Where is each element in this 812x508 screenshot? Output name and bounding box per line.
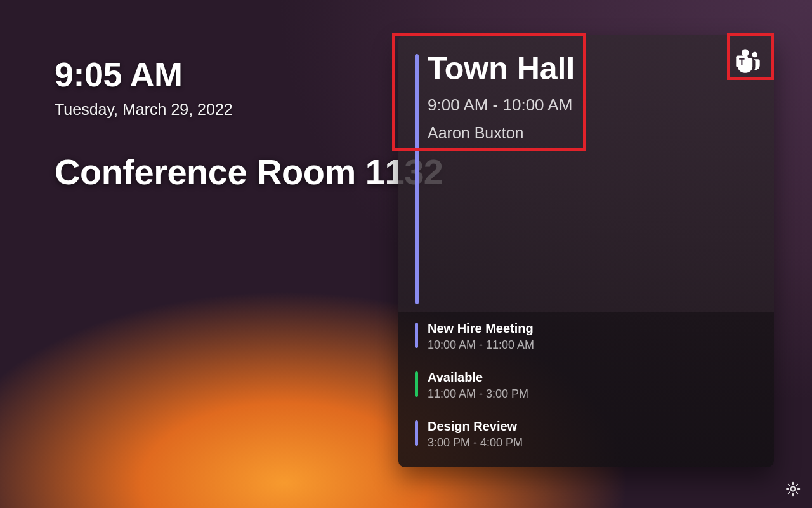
upcoming-item[interactable]: New Hire Meeting 10:00 AM - 11:00 AM (398, 312, 774, 361)
current-meeting-title: Town Hall (428, 51, 755, 86)
schedule-panel: Town Hall 9:00 AM - 10:00 AM Aaron Buxto… (398, 35, 774, 467)
upcoming-item-title: Design Review (428, 419, 755, 434)
svg-point-0 (742, 49, 749, 57)
upcoming-item-time: 3:00 PM - 4:00 PM (428, 436, 755, 450)
status-bar-busy (415, 420, 418, 446)
svg-text:T: T (739, 57, 745, 67)
gear-icon (785, 481, 801, 500)
svg-point-4 (791, 487, 796, 491)
clock-time: 9:05 AM (55, 55, 443, 94)
current-meeting-time: 9:00 AM - 10:00 AM (428, 95, 755, 115)
upcoming-item-title: New Hire Meeting (428, 321, 755, 336)
current-meeting-organizer: Aaron Buxton (428, 124, 755, 142)
teams-icon: T (733, 46, 763, 76)
status-bar-free (415, 371, 418, 397)
current-meeting-accent (415, 54, 419, 304)
room-info-block: 9:05 AM Tuesday, March 29, 2022 Conferen… (55, 55, 443, 194)
current-meeting-card[interactable]: Town Hall 9:00 AM - 10:00 AM Aaron Buxto… (398, 35, 774, 312)
upcoming-item-title: Available (428, 370, 755, 385)
clock-date: Tuesday, March 29, 2022 (55, 100, 443, 119)
upcoming-item-time: 11:00 AM - 3:00 PM (428, 387, 755, 401)
svg-point-1 (752, 52, 757, 58)
status-bar-busy (415, 323, 418, 348)
upcoming-item-time: 10:00 AM - 11:00 AM (428, 338, 755, 352)
upcoming-item[interactable]: Design Review 3:00 PM - 4:00 PM (398, 410, 774, 458)
upcoming-list: New Hire Meeting 10:00 AM - 11:00 AM Ava… (398, 312, 774, 467)
upcoming-item[interactable]: Available 11:00 AM - 3:00 PM (398, 361, 774, 410)
settings-button[interactable] (782, 479, 804, 502)
room-name: Conference Room 1132 (55, 150, 443, 194)
